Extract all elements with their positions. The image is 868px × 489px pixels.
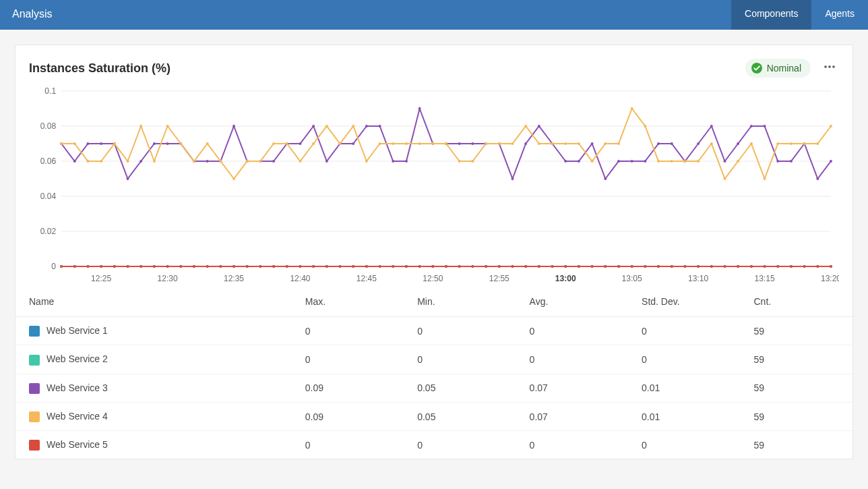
line-chart[interactable]: 00.020.040.060.080.112:2512:3012:3512:40…: [29, 84, 839, 287]
series-point: [219, 160, 222, 163]
x-tick-label: 12:25: [91, 274, 111, 283]
saturation-card: Instances Saturation (%) Nominal 00.020.…: [15, 45, 853, 459]
x-tick-label: 13:20: [821, 274, 839, 283]
series-point: [113, 265, 116, 268]
tab-agents[interactable]: Agents: [811, 0, 868, 30]
series-point: [219, 265, 222, 268]
cell-std: 0: [628, 345, 740, 374]
series-point: [272, 265, 275, 268]
table-row[interactable]: Web Service 40.090.050.070.0159: [16, 402, 852, 430]
table-header-max[interactable]: Max.: [292, 287, 404, 317]
stats-table: NameMax.Min.Avg.Std. Dev.Cnt. Web Servic…: [16, 287, 852, 459]
series-point: [471, 142, 474, 145]
table-header-min[interactable]: Min.: [404, 287, 516, 317]
series-name: Web Service 2: [46, 353, 108, 364]
series-point: [591, 160, 594, 163]
series-point: [365, 265, 368, 268]
series-point: [790, 142, 793, 145]
table-header-name[interactable]: Name: [16, 287, 292, 317]
cell-name: Web Service 3: [16, 374, 292, 402]
svg-point-2: [828, 65, 831, 68]
series-point: [776, 142, 779, 145]
status-label: Nominal: [767, 63, 801, 74]
table-row[interactable]: Web Service 2000059: [16, 345, 852, 374]
cell-cnt: 59: [740, 317, 852, 345]
series-point: [127, 177, 129, 180]
series-point: [140, 265, 142, 268]
series-point: [299, 142, 301, 145]
series-point: [617, 265, 620, 268]
series-point: [604, 177, 607, 180]
cell-min: 0: [404, 317, 516, 345]
series-point: [830, 265, 832, 268]
series-point: [179, 265, 182, 268]
series-point: [365, 125, 368, 127]
series-point: [657, 142, 660, 145]
series-point: [458, 160, 461, 163]
table-row[interactable]: Web Service 30.090.050.070.0159: [16, 374, 852, 402]
series-point: [564, 265, 567, 268]
series-point: [445, 142, 447, 145]
series-point: [379, 125, 381, 127]
series-name: Web Service 3: [46, 382, 108, 393]
series-point: [471, 265, 474, 268]
series-point: [737, 265, 739, 268]
y-tick-label: 0: [51, 262, 56, 271]
series-point: [365, 160, 368, 163]
series-point: [206, 160, 209, 163]
series-point: [697, 265, 700, 268]
series-point: [644, 265, 646, 268]
series-point: [790, 160, 793, 163]
y-tick-label: 0.04: [40, 192, 57, 201]
series-point: [392, 265, 394, 268]
x-tick-label: 12:55: [489, 274, 509, 283]
cell-name: Web Service 5: [16, 431, 292, 459]
series-point: [86, 160, 89, 163]
series-point: [140, 125, 142, 127]
topbar: Analysis ComponentsAgents: [0, 0, 868, 30]
table-header-avg[interactable]: Avg.: [516, 287, 628, 317]
series-point: [538, 142, 540, 145]
series-point: [352, 265, 354, 268]
tab-components[interactable]: Components: [731, 0, 811, 30]
more-menu-button[interactable]: [820, 57, 839, 79]
series-point: [326, 160, 328, 163]
cell-max: 0.09: [292, 374, 404, 402]
series-point: [312, 265, 315, 268]
series-point: [153, 142, 156, 145]
series-point: [816, 265, 819, 268]
series-point: [392, 160, 394, 163]
table-row[interactable]: Web Service 1000059: [16, 317, 852, 345]
table-header-cnt[interactable]: Cnt.: [740, 287, 852, 317]
table-row[interactable]: Web Service 5000059: [16, 431, 852, 459]
series-point: [524, 142, 527, 145]
cell-cnt: 59: [740, 345, 852, 374]
series-point: [60, 265, 63, 268]
series-point: [710, 265, 713, 268]
series-point: [485, 142, 487, 145]
series-point: [352, 125, 354, 127]
series-point: [127, 265, 129, 268]
series-swatch: [29, 411, 40, 422]
cell-min: 0: [404, 431, 516, 459]
series-point: [764, 265, 766, 268]
series-point: [764, 177, 766, 180]
series-point: [232, 177, 235, 180]
cell-min: 0.05: [404, 402, 516, 430]
series-point: [272, 160, 275, 163]
topbar-nav: ComponentsAgents: [731, 0, 868, 30]
series-point: [405, 142, 408, 145]
series-point: [326, 265, 328, 268]
series-point: [166, 142, 169, 145]
series-point: [127, 160, 129, 163]
series-point: [405, 265, 408, 268]
table-header-stddev[interactable]: Std. Dev.: [628, 287, 740, 317]
series-point: [697, 160, 700, 163]
series-point: [166, 265, 169, 268]
series-point: [418, 107, 421, 110]
series-point: [750, 265, 753, 268]
series-point: [232, 265, 235, 268]
series-point: [790, 265, 793, 268]
table-header-row: NameMax.Min.Avg.Std. Dev.Cnt.: [16, 287, 852, 317]
series-point: [431, 265, 434, 268]
